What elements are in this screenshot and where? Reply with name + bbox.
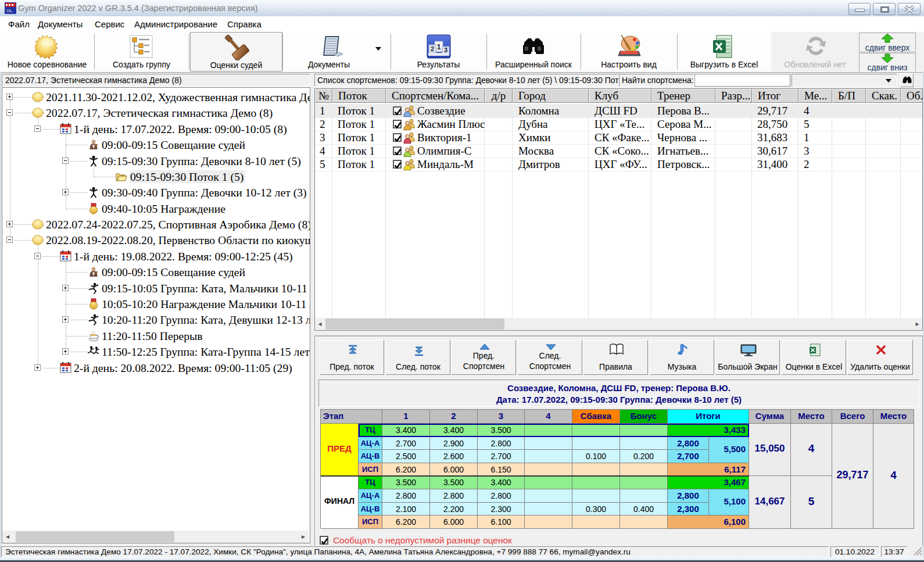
svg-text:GL: GL xyxy=(6,8,13,13)
svg-text:2: 2 xyxy=(431,45,434,52)
svg-text:1: 1 xyxy=(437,42,441,51)
svg-text:3: 3 xyxy=(444,46,447,53)
